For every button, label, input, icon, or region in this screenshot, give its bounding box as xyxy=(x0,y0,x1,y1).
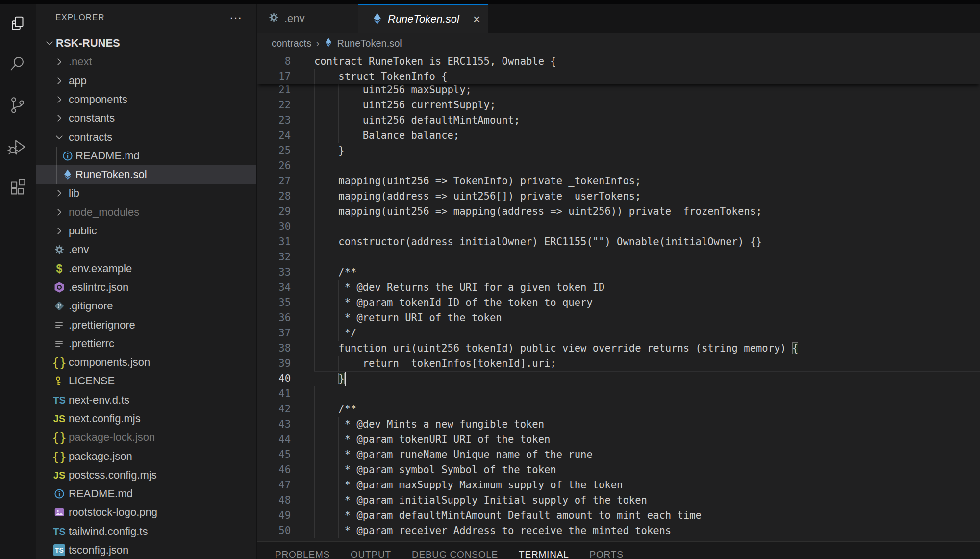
code-line-25: 25 } xyxy=(257,143,980,158)
tree-file--env[interactable]: .env xyxy=(36,240,256,259)
tree-folder-components[interactable]: components xyxy=(36,90,256,109)
tree-file-tailwind-config-ts[interactable]: TStailwind.config.ts xyxy=(36,522,256,541)
activity-extensions-icon[interactable] xyxy=(7,177,28,199)
tree-folder-rsk-runes[interactable]: RSK-RUNES xyxy=(36,34,256,52)
eslint-icon xyxy=(53,281,65,293)
breadcrumb-folder[interactable]: contracts xyxy=(272,38,311,49)
gear-icon xyxy=(268,11,280,24)
panel-tab-debug-console[interactable]: DEBUG CONSOLE xyxy=(412,542,498,559)
code-line-46: 46 * @param symbol Symbol of the token xyxy=(257,462,980,478)
activity-source-control-icon[interactable] xyxy=(7,95,28,116)
code-line-23: 23 uint256 defaultMintAmount; xyxy=(257,113,980,128)
tree-folder--next[interactable]: .next xyxy=(36,52,256,71)
code-editor[interactable]: 21 uint256 maxSupply;22 uint256 currentS… xyxy=(257,54,980,541)
code-text: * @param runeName Unique name of the run… xyxy=(314,447,593,462)
line-number: 45 xyxy=(257,447,291,462)
tree-file-runetoken-sol[interactable]: RuneToken.sol xyxy=(36,165,256,184)
tree-folder-app[interactable]: app xyxy=(36,72,256,90)
code-line-40: 40 } xyxy=(257,371,980,386)
tree-file-package-json[interactable]: {}package.json xyxy=(36,447,256,466)
tree-file-next-config-mjs[interactable]: JSnext.config.mjs xyxy=(36,409,256,428)
info-icon xyxy=(62,150,74,162)
line-number: 33 xyxy=(257,265,291,280)
solidity-icon xyxy=(324,37,333,47)
code-text: constructor(address initialOwner) ERC115… xyxy=(314,234,762,250)
code-line-34: 34 * @dev Returns the URI for a given to… xyxy=(257,280,980,295)
tab-bar: .env RuneToken.sol × xyxy=(257,4,980,33)
line-number: 24 xyxy=(257,128,291,143)
code-line-44: 44 * @param tokenURI URI of the token xyxy=(257,432,980,447)
code-text: uint256 maxSupply; xyxy=(314,82,472,98)
tree-file--prettierrc[interactable]: .prettierrc xyxy=(36,334,256,353)
code-line-50: 50 * @param receiver Address to receive … xyxy=(257,523,980,538)
tree-file-components-json[interactable]: {}components.json xyxy=(36,353,256,372)
tree-file-tsconfig-json[interactable]: TStsconfig.json xyxy=(36,541,256,559)
line-number: 47 xyxy=(257,478,291,493)
chevron-down-icon xyxy=(44,38,55,49)
activity-files-icon[interactable] xyxy=(7,14,28,35)
line-number: 35 xyxy=(257,295,291,310)
lines-icon xyxy=(53,319,65,331)
tab-env[interactable]: .env xyxy=(257,4,358,33)
line-number: 44 xyxy=(257,432,291,447)
tree-folder-node-modules[interactable]: node_modules xyxy=(36,203,256,222)
line-number: 8 xyxy=(257,54,291,69)
tree-file-next-env-d-ts[interactable]: TSnext-env.d.ts xyxy=(36,391,256,409)
code-text: contract RuneToken is ERC1155, Ownable { xyxy=(314,54,556,69)
code-line-36: 36 * @return URI of the token xyxy=(257,310,980,326)
braces-icon: {} xyxy=(52,431,67,445)
lines-icon xyxy=(53,338,65,350)
activity-run-debug-icon[interactable] xyxy=(7,136,28,158)
code-text: * @param tokenURI URI of the token xyxy=(314,432,550,447)
line-number: 48 xyxy=(257,493,291,508)
chevron-right-icon xyxy=(54,56,65,67)
tree-folder-constants[interactable]: constants xyxy=(36,109,256,127)
tree-indent-guide xyxy=(56,147,57,184)
explorer-sidebar: EXPLORER ⋯ RSK-RUNES.nextappcomponentsco… xyxy=(36,4,256,559)
tree-file--env-example[interactable]: $.env.example xyxy=(36,259,256,278)
tree-file-readme-md[interactable]: README.md xyxy=(36,147,256,165)
search-icon xyxy=(7,54,28,75)
tree-file-license[interactable]: LICENSE xyxy=(36,372,256,390)
line-number: 40 xyxy=(257,371,291,386)
tree-file--eslintrc-json[interactable]: .eslintrc.json xyxy=(36,278,256,297)
line-number: 39 xyxy=(257,356,291,371)
panel-tab-terminal[interactable]: TERMINAL xyxy=(519,542,569,559)
activity-search-icon[interactable] xyxy=(7,53,28,75)
panel-tab-problems[interactable]: PROBLEMS xyxy=(275,542,330,559)
tree-file--prettierignore[interactable]: .prettierignore xyxy=(36,316,256,334)
tree-file-rootstock-logo-png[interactable]: rootstock-logo.png xyxy=(36,503,256,522)
close-icon[interactable]: × xyxy=(473,13,480,25)
code-text: * @param receiver Address to receive the… xyxy=(314,523,671,538)
breadcrumb-file[interactable]: RuneToken.sol xyxy=(337,38,402,49)
code-line-26: 26 xyxy=(257,158,980,174)
line-number: 46 xyxy=(257,462,291,478)
tree-folder-contracts[interactable]: contracts xyxy=(36,128,256,147)
tree-file-readme-md[interactable]: README.md xyxy=(36,484,256,503)
tree-folder-public[interactable]: public xyxy=(36,222,256,240)
files-icon xyxy=(7,14,28,35)
chevron-down-icon xyxy=(54,132,65,143)
code-text: struct TokenInfo { xyxy=(314,69,448,84)
tree-file--gitignore[interactable]: .gitignore xyxy=(36,297,256,315)
code-line-37: 37 */ xyxy=(257,326,980,341)
js-icon: JS xyxy=(53,413,65,425)
chevron-right-icon xyxy=(54,207,65,218)
panel-tab-ports[interactable]: PORTS xyxy=(590,542,624,559)
line-number: 28 xyxy=(257,189,291,204)
code-line-42: 42 /** xyxy=(257,402,980,417)
code-line-27: 27 mapping(uint256 => TokenInfo) private… xyxy=(257,174,980,189)
tree-folder-lib[interactable]: lib xyxy=(36,184,256,203)
panel-tab-output[interactable]: OUTPUT xyxy=(351,542,391,559)
line-number: 34 xyxy=(257,280,291,295)
dollar-icon: $ xyxy=(56,262,63,276)
tree-file-postcss-config-mjs[interactable]: JSpostcss.config.mjs xyxy=(36,466,256,484)
extensions-icon xyxy=(7,178,28,198)
line-number: 27 xyxy=(257,174,291,189)
tree-file-package-lock-json[interactable]: {}package-lock.json xyxy=(36,428,256,447)
code-text: uint256 defaultMintAmount; xyxy=(314,113,520,128)
chevron-right-icon xyxy=(54,188,65,199)
ts-icon: TS xyxy=(53,526,66,537)
gear-icon xyxy=(53,244,65,255)
tab-runetoken[interactable]: RuneToken.sol × xyxy=(358,4,488,33)
